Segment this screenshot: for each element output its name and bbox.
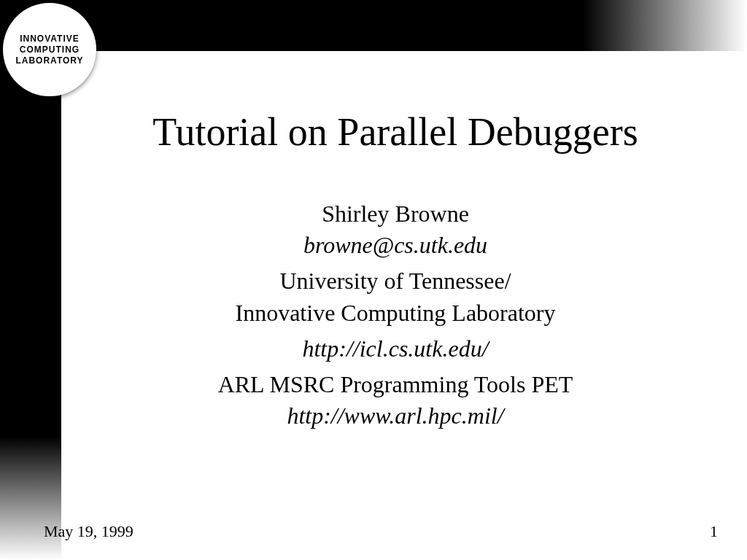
affiliation-line-2: Innovative Computing Laboratory bbox=[73, 298, 718, 329]
slide-footer: May 19, 1999 1 bbox=[44, 522, 718, 541]
logo-line-2: COMPUTING bbox=[15, 44, 83, 55]
affiliation-line-1: University of Tennessee/ bbox=[73, 265, 718, 297]
slide-title: Tutorial on Parallel Debuggers bbox=[73, 109, 718, 155]
footer-date: May 19, 1999 bbox=[44, 522, 133, 541]
logo-text: INNOVATIVE COMPUTING LABORATORY bbox=[15, 34, 83, 66]
lab-url: http://icl.cs.utk.edu/ bbox=[73, 333, 718, 365]
footer-page-number: 1 bbox=[710, 522, 718, 541]
author-name: Shirley Browne bbox=[73, 198, 718, 230]
logo-line-3: LABORATORY bbox=[15, 55, 83, 66]
program-name: ARL MSRC Programming Tools PET bbox=[73, 369, 718, 400]
program-url: http://www.arl.hpc.mil/ bbox=[73, 400, 718, 432]
author-email: browne@cs.utk.edu bbox=[73, 230, 718, 261]
slide-content: Tutorial on Parallel Debuggers Shirley B… bbox=[73, 109, 718, 436]
slide: INNOVATIVE COMPUTING LABORATORY Tutorial… bbox=[0, 0, 747, 560]
logo-line-1: INNOVATIVE bbox=[15, 34, 83, 44]
logo-badge: INNOVATIVE COMPUTING LABORATORY bbox=[3, 3, 96, 96]
top-band-decoration bbox=[0, 0, 747, 51]
